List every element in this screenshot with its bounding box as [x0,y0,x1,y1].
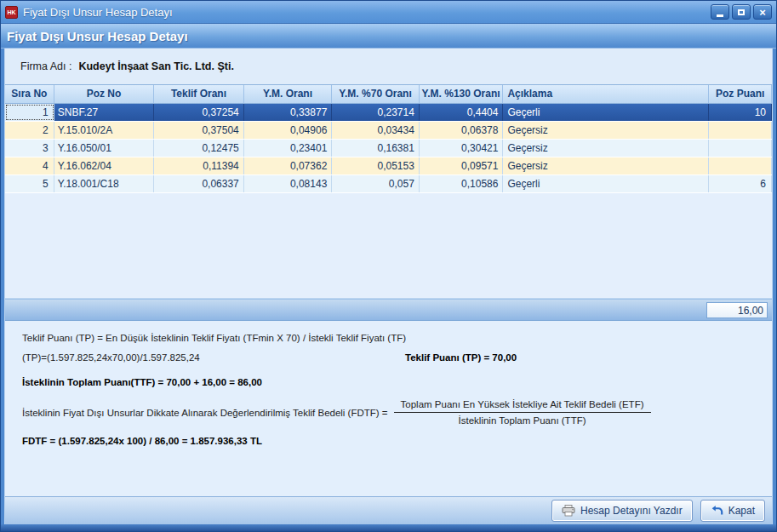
table-row[interactable]: 1SNBF.270,372540,338770,237140,4404Geçer… [5,104,772,122]
cell: 0,07362 [244,157,333,174]
cell: 0,05153 [332,157,420,174]
cell: 0,30421 [420,140,504,157]
cell: 0,057 [332,175,420,192]
cell [709,157,772,174]
window-bottom-frame [1,524,776,531]
cell: Y.18.001/C18 [54,175,154,192]
ttf-line: İsteklinin Toplam Puanı(TTF) = 70,00 + 1… [22,377,772,387]
table-row[interactable]: 2Y.15.010/2A0,375040,049060,034340,06378… [5,122,772,140]
fdtf-denominator: İsteklinin Toplam Puanı (TTF) [394,413,651,426]
close-icon: × [759,7,766,18]
cell: 0,23714 [332,104,420,121]
cell: 10 [709,104,772,121]
cell: 3 [5,140,54,157]
tp-calc: (TP)=(1.597.825,24x70,00)/1.597.825,24 [22,352,200,363]
cell: 6 [709,175,772,192]
cell: 0,04906 [244,122,333,139]
cell [709,122,772,139]
table-row[interactable]: 4Y.16.062/040,113940,073620,051530,09571… [5,157,772,175]
cell: 0,08143 [244,175,333,192]
cell [709,140,772,157]
undo-arrow-icon [711,505,723,517]
cell: Geçerli [503,104,709,121]
firm-name: Kudeyt İnşaat San Tic. Ltd. Şti. [78,60,233,72]
formula-panel: Teklif Puanı (TP) = En Düşük İsteklinin … [5,321,772,496]
minimize-icon [717,14,723,17]
total-poz-puani: 16,00 [706,302,768,318]
close-dialog-label: Kapat [728,505,755,517]
cell: Y.15.010/2A [54,122,154,139]
cell: Y.16.062/04 [54,157,154,174]
cell: 1 [5,104,54,121]
fdtf-formula-line: İsteklinin Fiyat Dışı Unsurlar Dikkate A… [22,399,772,426]
fdtf-result-line: FDTF = (1.597.825,24x 100) / 86,00 = 1.8… [22,436,772,446]
column-header-0[interactable]: Sıra No [5,85,54,103]
cell: 0,37254 [154,104,244,121]
total-band: 16,00 [5,299,772,321]
cell: 0,11394 [154,157,244,174]
cell: 2 [5,122,54,139]
grid-body: 1SNBF.270,372540,338770,237140,4404Geçer… [5,104,772,193]
app-icon: HK [5,6,18,19]
cell: Geçersiz [503,140,709,157]
cell: 0,06337 [154,175,244,192]
cell: SNBF.27 [54,104,154,121]
cell: 0,16381 [332,140,420,157]
close-dialog-button[interactable]: Kapat [700,500,765,522]
cell: 0,10586 [420,175,504,192]
cell: Geçersiz [503,157,709,174]
page-title: Fiyat Dışı Unsur Hesap Detayı [1,24,776,49]
button-bar: Hesap Detayını Yazdır Kapat [5,496,772,524]
column-header-7[interactable]: Poz Puanı [709,85,772,103]
cell: 5 [5,175,54,192]
cell: Geçerli [503,175,709,192]
grid-header: Sıra NoPoz NoTeklif OranıY.M. OranıY.M. … [5,84,772,104]
dialog-window: HK Fiyat Dışı Unsur Hesap Detayı × Fiyat… [0,0,777,532]
table-row[interactable]: 3Y.16.050/010,124750,234010,163810,30421… [5,140,772,157]
cell: 0,06378 [420,122,504,139]
close-button[interactable]: × [753,4,772,20]
cell: 0,37504 [154,122,244,139]
cell: 0,12475 [154,140,244,157]
title-bar: HK Fiyat Dışı Unsur Hesap Detayı × [1,1,776,24]
fdtf-label: İsteklinin Fiyat Dışı Unsurlar Dikkate A… [22,408,388,418]
column-header-2[interactable]: Teklif Oranı [154,85,244,103]
column-header-1[interactable]: Poz No [54,85,154,103]
firm-row: Firma Adı : Kudeyt İnşaat San Tic. Ltd. … [5,49,772,84]
tp-result: Teklif Puanı (TP) = 70,00 [405,352,517,363]
column-header-5[interactable]: Y.M. %130 Oranı [420,85,504,103]
cell: 0,09571 [420,157,504,174]
cell: 4 [5,157,54,174]
print-detail-button[interactable]: Hesap Detayını Yazdır [551,500,693,522]
cell: 0,4404 [420,104,504,121]
column-header-6[interactable]: Açıklama [503,85,709,103]
grid-empty-area [5,193,772,299]
fdtf-fraction: Toplam Puanı En Yüksek İstekliye Ait Tek… [394,399,651,426]
maximize-icon [738,9,745,15]
window-controls: × [711,4,772,20]
printer-icon [562,505,575,517]
cell: 0,03434 [332,122,420,139]
column-header-3[interactable]: Y.M. Oranı [244,85,333,103]
fdtf-numerator: Toplam Puanı En Yüksek İstekliye Ait Tek… [394,399,651,413]
minimize-button[interactable] [711,4,729,20]
firm-label: Firma Adı : [20,60,71,72]
print-detail-label: Hesap Detayını Yazdır [580,505,683,517]
maximize-button[interactable] [732,4,751,20]
cell: Y.16.050/01 [54,140,154,157]
dialog-content: Firma Adı : Kudeyt İnşaat San Tic. Ltd. … [4,49,773,524]
cell: 0,23401 [244,140,333,157]
table-row[interactable]: 5Y.18.001/C180,063370,081430,0570,10586G… [5,175,772,193]
window-title: Fiyat Dışı Unsur Hesap Detayı [23,6,711,19]
tp-formula-line: Teklif Puanı (TP) = En Düşük İsteklinin … [22,333,772,343]
cell: Geçersiz [503,122,709,139]
cell: 0,33877 [244,104,333,121]
column-header-4[interactable]: Y.M. %70 Oranı [332,85,420,103]
tp-calc-line: (TP)=(1.597.825,24x70,00)/1.597.825,24 T… [22,352,772,363]
